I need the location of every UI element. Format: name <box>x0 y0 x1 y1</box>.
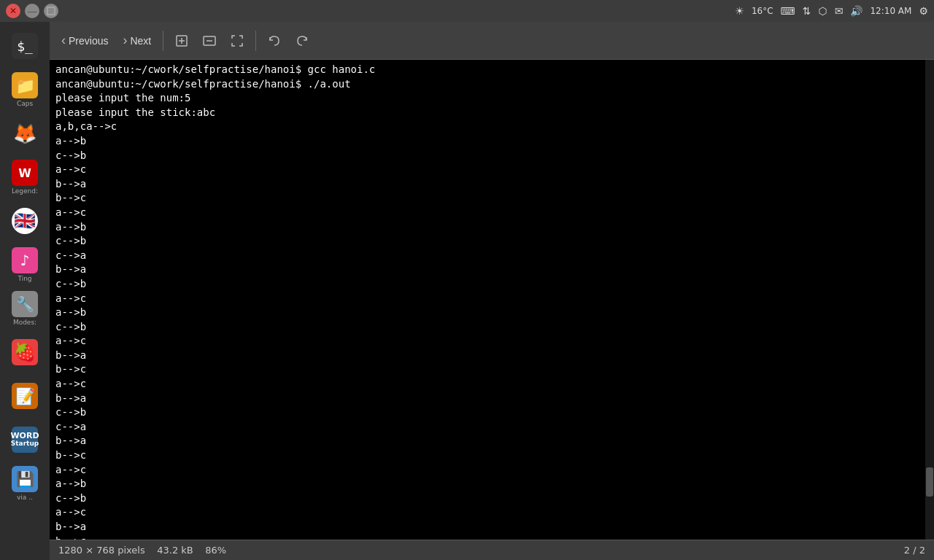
window-controls: ✕ — <box>6 4 58 18</box>
content-area: ‹ Previous › Next <box>50 22 934 560</box>
ting-icon: ♪ <box>12 247 38 273</box>
sidebar-item-wps[interactable]: W Legend: <box>4 156 46 198</box>
sidebar-item-tools[interactable]: 🔧 Modes: <box>4 287 46 330</box>
bottom-icon: 💾 <box>12 466 38 492</box>
word-icon: WORD Startup <box>12 427 38 453</box>
notepad-icon: 📝 <box>12 383 38 409</box>
previous-button[interactable]: ‹ Previous <box>55 28 114 53</box>
filesize-label: 43.2 kB <box>157 545 193 556</box>
scrollbar-thumb[interactable] <box>926 467 933 497</box>
close-button[interactable]: ✕ <box>6 4 20 18</box>
arrows-icon: ⇅ <box>803 5 811 17</box>
firefox-icon: 🦊 <box>12 120 38 147</box>
tools-icon: 🔧 <box>12 291 38 317</box>
sidebar-label-via: via .. <box>17 494 33 501</box>
fit-page-button[interactable] <box>169 28 194 53</box>
system-bar: ✕ — ☀ 16°C ⌨ ⇅ ⬡ ✉ 🔊 12:10 AM ⚙ <box>0 0 934 22</box>
sidebar-item-files[interactable]: 📁 Caps <box>4 69 46 111</box>
zoom-label: 86% <box>205 545 226 556</box>
next-label: Next <box>130 35 151 47</box>
wps-icon: W <box>12 160 38 186</box>
page-info: 2 / 2 <box>904 545 925 556</box>
terminal-area: ancan@ubuntu:~/cwork/selfpractise/hanoi$… <box>50 60 934 540</box>
sidebar-label-caps: Caps <box>17 100 33 107</box>
sidebar-item-word[interactable]: WORD Startup <box>4 419 46 461</box>
undo-button[interactable] <box>262 28 287 53</box>
system-tray: ☀ 16°C ⌨ ⇅ ⬡ ✉ 🔊 12:10 AM ⚙ <box>735 5 928 17</box>
status-info: 934 × 560 pixels 43.2 kB 86% <box>58 545 226 556</box>
svg-rect-0 <box>47 7 55 15</box>
previous-label: Previous <box>69 35 108 47</box>
fullscreen-button[interactable] <box>225 28 250 53</box>
sidebar-item-uk[interactable]: 🇬🇧 <box>4 200 46 242</box>
next-button[interactable]: › Next <box>117 28 157 53</box>
sidebar-label-legend: Legend: <box>12 187 38 195</box>
scrollbar[interactable] <box>925 60 934 540</box>
sidebar-label-modes: Modes: <box>13 319 36 326</box>
next-arrow-icon: › <box>123 33 127 48</box>
terminal-output[interactable]: ancan@ubuntu:~/cwork/selfpractise/hanoi$… <box>50 60 925 540</box>
sidebar-item-notepad[interactable]: 📝 <box>4 375 46 417</box>
sidebar-item-terminal[interactable]: $_ <box>4 25 46 67</box>
sidebar-item-bottom[interactable]: 💾 via .. <box>4 462 46 505</box>
main-layout: $_ 📁 Caps 🦊 W Legend: 🇬🇧 ♪ Ting 🔧 Modes:… <box>0 22 934 560</box>
separator-2 <box>255 31 256 51</box>
dimensions-label: 934 × 560 pixels <box>58 545 145 556</box>
redo-button[interactable] <box>290 28 314 53</box>
time-display: 12:10 AM <box>870 6 911 16</box>
mail-icon: ✉ <box>835 5 844 17</box>
berry-icon: 🍓 <box>12 339 38 365</box>
minimize-button[interactable]: — <box>25 4 39 18</box>
sidebar-item-berry[interactable]: 🍓 <box>4 331 46 373</box>
volume-icon: 🔊 <box>850 5 862 17</box>
bluetooth-icon: ⬡ <box>819 5 827 17</box>
sidebar-item-firefox[interactable]: 🦊 <box>4 112 46 155</box>
uk-icon: 🇬🇧 <box>12 208 38 234</box>
temperature-display: 16°C <box>752 6 773 16</box>
settings-icon: ⚙ <box>919 5 928 17</box>
keyboard-icon: ⌨ <box>781 5 795 17</box>
prev-arrow-icon: ‹ <box>61 33 66 48</box>
status-bar: 934 × 560 pixels 43.2 kB 86% 2 / 2 <box>50 540 934 560</box>
sidebar-item-ting[interactable]: ♪ Ting <box>4 244 46 286</box>
terminal-icon: $_ <box>12 33 38 59</box>
maximize-button[interactable] <box>44 4 58 18</box>
sidebar: $_ 📁 Caps 🦊 W Legend: 🇬🇧 ♪ Ting 🔧 Modes:… <box>0 22 50 560</box>
files-icon: 📁 <box>12 72 38 98</box>
brightness-icon: ☀ <box>735 5 744 17</box>
separator-1 <box>163 31 163 51</box>
zoom-out-button[interactable] <box>197 28 222 53</box>
sidebar-label-ting: Ting <box>18 275 31 282</box>
toolbar: ‹ Previous › Next <box>50 22 934 60</box>
